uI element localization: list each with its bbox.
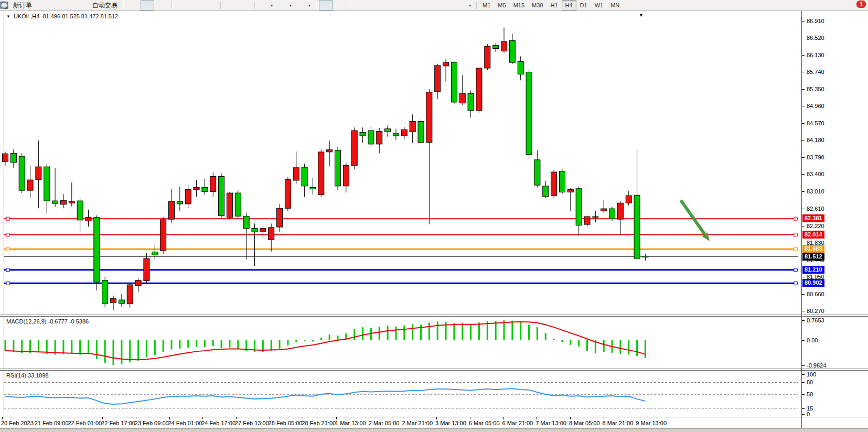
candle-body: [418, 122, 424, 143]
cursor-button[interactable]: [319, 0, 333, 10]
support-line-orange-handle[interactable]: [6, 247, 9, 251]
price-tick: 86.520: [807, 35, 824, 41]
candle-body: [44, 167, 50, 201]
time-axis[interactable]: 20 Feb 202321 Feb 09:0022 Feb 01:0022 Fe…: [0, 417, 801, 428]
price-tick: 86.130: [807, 52, 824, 58]
resistance-line-1-handle[interactable]: [6, 217, 9, 220]
chat-button[interactable]: [840, 0, 854, 10]
time-label: 24 Feb 01:00: [168, 420, 202, 426]
chart-macd-divider[interactable]: [0, 315, 868, 315]
timeframe-M15[interactable]: M15: [510, 0, 528, 10]
support-line-blue-2-handle[interactable]: [794, 282, 797, 285]
line-chart-button[interactable]: [155, 0, 169, 10]
text-label-button[interactable]: T: [441, 0, 455, 10]
auto-scroll-button[interactable]: [223, 0, 237, 10]
macd-rsi-divider[interactable]: [0, 369, 868, 369]
time-tick: [102, 417, 103, 419]
time-tick: [236, 417, 237, 419]
equidistant-channel-icon: E: [400, 1, 408, 9]
arrow-objects-button[interactable]: ▾: [456, 0, 474, 10]
candle-body: [202, 187, 208, 191]
candle-body: [60, 200, 66, 204]
candle-body: [94, 218, 100, 282]
candle-body: [335, 150, 341, 186]
candlestick-chart-canvas[interactable]: [0, 11, 801, 315]
resistance-line-2-handle[interactable]: [794, 233, 797, 236]
timeframe-D1[interactable]: D1: [576, 0, 591, 10]
vertical-line-button[interactable]: [353, 0, 367, 10]
time-tick: [336, 417, 337, 419]
candlestick-chart-button[interactable]: [141, 0, 154, 10]
time-tick: [503, 417, 504, 419]
candle-body: [617, 203, 623, 219]
resistance-line-1-handle[interactable]: [794, 217, 797, 220]
price-tick: 80.660: [807, 291, 824, 297]
horizontal-line-icon: [370, 1, 379, 9]
deposit-icon: [38, 1, 47, 9]
zoom-out-button[interactable]: [189, 0, 203, 10]
rsi-tick: 50: [807, 391, 813, 397]
timeframe-H1[interactable]: H1: [546, 0, 561, 10]
time-label: 23 Feb 09:00: [135, 420, 169, 426]
crosshair-button[interactable]: [334, 0, 347, 10]
fibonacci-button[interactable]: F: [412, 0, 425, 10]
symbol-dropdown-icon[interactable]: ▼: [6, 14, 10, 19]
templates-button[interactable]: ▾: [295, 0, 313, 10]
support-line-orange-handle[interactable]: [794, 247, 797, 251]
candle-body: [227, 193, 232, 218]
auto-trading-button[interactable]: 自动交易: [80, 0, 120, 10]
periods-button[interactable]: ▾: [276, 0, 294, 10]
signal-button[interactable]: [65, 0, 79, 10]
timeframe-MN[interactable]: MN: [607, 0, 623, 10]
candle-body: [351, 131, 357, 166]
notification-badge[interactable]: 1: [856, 1, 866, 8]
rsi-panel-canvas[interactable]: [0, 370, 801, 417]
text-button[interactable]: A: [426, 0, 440, 10]
time-label: 27 Feb 13:00: [235, 420, 269, 426]
tile-windows-button[interactable]: [204, 0, 218, 10]
price-badge-80.902: 80.902: [802, 279, 824, 287]
timeframe-W1[interactable]: W1: [591, 0, 607, 10]
equidistant-channel-button[interactable]: E: [397, 0, 411, 10]
support-line-blue-2-handle[interactable]: [6, 282, 9, 285]
candle-body: [194, 187, 199, 189]
text-icon: A: [429, 1, 437, 9]
zoom-in-button[interactable]: [175, 0, 188, 10]
support-line-blue-1-handle[interactable]: [6, 268, 9, 272]
time-label: 8 Mar 21:00: [603, 420, 634, 426]
macd-tick: 0.00: [807, 337, 818, 343]
chart-shift-marker[interactable]: ▼: [639, 13, 644, 18]
trendline-button[interactable]: [382, 0, 396, 10]
horizontal-line-button[interactable]: [368, 0, 381, 10]
deposit-button[interactable]: [36, 0, 49, 10]
candle-body: [443, 62, 449, 66]
time-tick: [470, 417, 470, 419]
candle-body: [144, 258, 149, 280]
bar-chart-button[interactable]: [126, 0, 140, 10]
price-tick: 85.350: [807, 86, 824, 92]
crosshair-icon: [336, 1, 345, 9]
candle-body: [501, 41, 507, 51]
rsi-tick: 15: [807, 405, 813, 412]
trend-arrow-line[interactable]: [681, 200, 705, 234]
timeframe-M30[interactable]: M30: [528, 0, 546, 10]
add-indicator-button[interactable]: ▾: [258, 0, 275, 10]
chart-shift-button[interactable]: [238, 0, 252, 10]
time-label: 22 Feb 17:00: [101, 420, 135, 426]
support-line-blue-1-handle[interactable]: [794, 268, 797, 272]
chevron-down-icon: ▾: [271, 3, 273, 8]
reports-button[interactable]: [50, 0, 64, 10]
timeframe-M1[interactable]: M1: [479, 0, 494, 10]
price-tick: 84.180: [807, 137, 824, 143]
time-tick: [303, 417, 303, 419]
tile-windows-icon: [207, 1, 215, 9]
time-tick: [69, 417, 69, 419]
resistance-line-2-handle[interactable]: [6, 233, 9, 236]
search-button[interactable]: [826, 0, 839, 10]
rsi-tick: 0: [807, 411, 810, 417]
macd-panel-canvas[interactable]: [0, 317, 801, 369]
chart-ohlc-values: 81.496 81.525 81.472 81.512: [42, 13, 118, 19]
timeframe-M5[interactable]: M5: [494, 0, 509, 10]
candle-body: [410, 122, 415, 132]
timeframe-H4[interactable]: H4: [562, 0, 576, 10]
